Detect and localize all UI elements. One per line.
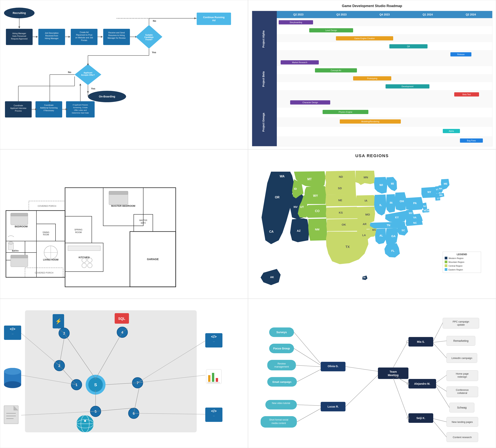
svg-rect-137 [277, 108, 492, 117]
svg-text:Applicant: Applicant [84, 72, 92, 74]
svg-text:SC: SC [402, 229, 405, 232]
svg-text:update: update [457, 323, 465, 326]
svg-text:WI: WI [379, 183, 383, 186]
svg-text:Candidate: Candidate [144, 36, 154, 38]
svg-text:MO: MO [365, 213, 370, 216]
svg-rect-324 [216, 378, 218, 382]
svg-text:AL: AL [379, 234, 383, 237]
svg-text:Continue Running: Continue Running [203, 16, 225, 19]
svg-text:BEDROOM: BEDROOM [15, 225, 28, 228]
svg-text:Modeling/Rendering: Modeling/Rendering [361, 120, 379, 123]
usa-map-section: USA REGIONS WA OR CA NV AZ MT [248, 149, 496, 299]
svg-rect-372 [378, 368, 408, 379]
svg-text:Home page: Home page [456, 372, 468, 375]
svg-text:Coordinate: Coordinate [44, 104, 54, 106]
svg-text:On-Boarding: On-Boarding [99, 95, 115, 98]
svg-text:if Necessary: if Necessary [44, 109, 54, 112]
svg-text:MT: MT [307, 178, 312, 181]
svg-text:redesign: redesign [457, 375, 467, 378]
svg-text:Email campaign: Email campaign [273, 381, 292, 383]
svg-text:KY: KY [395, 216, 399, 219]
svg-text:GARAGE: GARAGE [147, 258, 158, 261]
svg-text:NM: NM [315, 228, 319, 231]
svg-rect-394 [265, 400, 297, 409]
svg-text:Project Omega: Project Omega [262, 113, 265, 132]
svg-text:Request Approved: Request Approved [11, 38, 28, 40]
svg-text:Hiring Manager: Hiring Manager [45, 37, 59, 39]
svg-text:7: 7 [137, 381, 139, 385]
svg-text:Resumes to Hiring: Resumes to Hiring [108, 34, 125, 36]
svg-text:Found?: Found? [146, 39, 153, 41]
svg-text:CO: CO [315, 209, 320, 213]
map-title: USA REGIONS [252, 153, 492, 158]
svg-text:Eastern Region: Eastern Region [449, 269, 463, 271]
svg-text:IA: IA [365, 199, 367, 202]
svg-text:Western Region: Western Region [449, 257, 464, 259]
svg-text:Additional Screening: Additional Screening [40, 107, 58, 109]
svg-text:Determine Start Date: Determine Start Date [72, 112, 89, 114]
svg-text:</>: </> [211, 335, 217, 339]
svg-text:Mountain Region: Mountain Region [449, 261, 464, 263]
svg-text:SQL: SQL [118, 317, 125, 321]
svg-text:</>: </> [10, 327, 16, 331]
svg-text:Game Engine Creation: Game Engine Creation [355, 37, 375, 39]
svg-text:Conference: Conference [456, 388, 468, 391]
svg-text:Job Description: Job Description [45, 32, 59, 34]
svg-rect-302 [445, 268, 447, 271]
svg-rect-11 [38, 29, 65, 45]
svg-text:Q4 2023: Q4 2023 [379, 13, 390, 16]
gantt-section: Game Development Studio Roadmap Q2 2023 … [248, 0, 496, 149]
svg-text:Central Region: Central Region [449, 265, 463, 267]
svg-text:Storyboarding: Storyboarding [290, 21, 302, 23]
svg-text:</>: </> [211, 409, 217, 413]
svg-rect-300 [445, 264, 447, 267]
svg-rect-139 [277, 127, 492, 136]
svg-text:Alejandro M.: Alejandro M. [414, 382, 430, 385]
svg-text:S: S [94, 382, 97, 387]
svg-text:Accepts Offer?: Accepts Offer? [81, 74, 95, 76]
flowchart-section: Recruiting Hiring Manager Gets Personnel… [0, 0, 248, 149]
svg-text:Screening, Create: Screening, Create [73, 107, 88, 108]
svg-rect-57 [5, 101, 32, 118]
svg-text:CA: CA [269, 230, 274, 233]
svg-text:Review: Review [278, 362, 286, 365]
svg-text:WA: WA [280, 175, 285, 178]
svg-text:Release: Release [457, 53, 465, 56]
svg-rect-183 [109, 191, 128, 195]
svg-text:Yes: Yes [152, 51, 156, 54]
svg-text:WV: WV [409, 212, 412, 215]
svg-text:Short format social: Short format social [269, 418, 288, 421]
svg-text:Alpha: Alpha [449, 130, 454, 132]
svg-text:6: 6 [133, 412, 135, 415]
svg-text:New video tutorial: New video tutorial [272, 402, 290, 404]
svg-point-340 [84, 420, 86, 422]
svg-text:Applicant Interview: Applicant Interview [10, 107, 27, 109]
svg-text:KS: KS [339, 211, 343, 214]
svg-text:LA: LA [362, 234, 366, 237]
svg-text:Hiring Manager: Hiring Manager [12, 32, 26, 34]
svg-text:ME: ME [444, 182, 448, 185]
svg-text:CT: CT [437, 198, 439, 200]
svg-text:No: No [68, 71, 71, 74]
svg-text:COVERED PORCH: COVERED PORCH [35, 272, 53, 274]
svg-text:Gets Personnel: Gets Personnel [12, 35, 26, 37]
svg-text:Market Research: Market Research [292, 61, 307, 63]
svg-rect-323 [212, 373, 214, 382]
svg-rect-185 [11, 213, 28, 216]
svg-text:MA: MA [439, 194, 443, 196]
svg-text:NC: NC [413, 221, 417, 224]
svg-text:IN: IN [390, 201, 392, 204]
svg-text:Q2 2023: Q2 2023 [293, 13, 304, 16]
svg-text:FL: FL [391, 249, 395, 252]
svg-text:BATH: BATH [141, 222, 146, 224]
svg-text:Manager for Review: Manager for Review [108, 37, 125, 39]
svg-text:NY: NY [428, 190, 431, 194]
svg-rect-305 [25, 310, 197, 432]
svg-text:Development: Development [402, 85, 413, 88]
svg-text:Project Beta: Project Beta [262, 71, 265, 87]
svg-text:media content: media content [271, 422, 286, 425]
svg-text:Lucas R.: Lucas R. [327, 405, 339, 408]
svg-rect-84 [252, 11, 277, 18]
svg-point-197 [9, 241, 13, 245]
svg-text:VA: VA [413, 216, 417, 219]
